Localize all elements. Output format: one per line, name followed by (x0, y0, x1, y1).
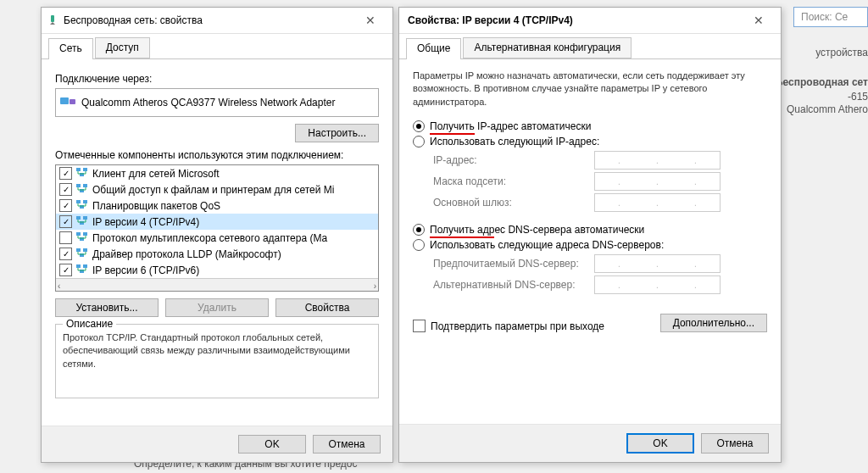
protocol-icon (75, 198, 89, 213)
connect-via-label: Подключение через: (55, 73, 379, 85)
component-item[interactable]: IP версии 6 (TCP/IPv6) (56, 262, 378, 278)
ok-button[interactable]: OK (626, 433, 694, 454)
dns-preferred-label: Предпочитаемый DNS-сервер: (433, 258, 594, 270)
adapter-field: Qualcomm Atheros QCA9377 Wireless Networ… (55, 88, 379, 117)
protocol-icon (75, 166, 89, 181)
dialog-title: Беспроводная сеть: свойства (64, 14, 203, 26)
radio-ip-manual[interactable]: Использовать следующий IP-адрес: (413, 136, 767, 147)
subnet-mask-label: Маска подсети: (433, 175, 594, 187)
component-checkbox[interactable] (59, 248, 72, 260)
component-item[interactable]: Планировщик пакетов QoS (56, 198, 378, 214)
component-item[interactable]: Общий доступ к файлам и принтерам для се… (56, 181, 378, 198)
advanced-button[interactable]: Дополнительно... (660, 314, 767, 332)
close-button[interactable]: ✕ (353, 8, 387, 32)
bg-devices-label: устройства (815, 47, 868, 58)
component-label: IP версии 4 (TCP/IPv4) (92, 216, 199, 228)
component-item[interactable]: IP версии 4 (TCP/IPv4) (56, 214, 378, 230)
components-label: Отмеченные компоненты используются этим … (55, 149, 379, 161)
dns-preferred-input[interactable]: ... (594, 254, 721, 273)
install-button[interactable]: Установить... (55, 298, 159, 317)
component-label: Протокол мультиплексора сетевого адаптер… (92, 232, 327, 244)
protocol-icon (75, 182, 89, 197)
description-legend: Описание (63, 318, 116, 330)
ip-address-input[interactable]: ... (594, 151, 721, 170)
dialog-title: Свойства: IP версии 4 (TCP/IPv4) (408, 14, 573, 26)
ipv4-properties-dialog: Свойства: IP версии 4 (TCP/IPv4) ✕ Общие… (398, 7, 782, 463)
component-label: Планировщик пакетов QoS (92, 200, 220, 212)
component-checkbox[interactable] (59, 231, 72, 244)
component-label: Клиент для сетей Microsoft (92, 168, 220, 180)
svg-rect-2 (70, 99, 75, 104)
component-checkbox[interactable] (59, 199, 72, 212)
component-label: IP версии 6 (TCP/IPv6) (92, 264, 199, 276)
tab-general[interactable]: Общие (406, 38, 461, 59)
gateway-input[interactable]: ... (594, 193, 721, 212)
cancel-button[interactable]: Отмена (701, 433, 769, 454)
svg-rect-22 (83, 264, 87, 268)
subnet-mask-input[interactable]: ... (594, 172, 721, 191)
confirm-on-exit-checkbox[interactable]: Подтвердить параметры при выходе (413, 320, 604, 332)
dns-alt-label: Альтернативный DNS-сервер: (433, 279, 594, 291)
component-checkbox[interactable] (59, 264, 72, 276)
adapter-icon (59, 96, 76, 110)
component-label: Общий доступ к файлам и принтерам для се… (92, 184, 334, 196)
svg-rect-21 (76, 264, 81, 268)
svg-rect-0 (51, 15, 54, 22)
tab-network[interactable]: Сеть (48, 38, 93, 59)
radio-dns-auto[interactable]: Получить адрес DNS-сервера автоматически (413, 224, 767, 236)
svg-rect-19 (83, 248, 87, 252)
ok-button[interactable]: OK (238, 435, 306, 454)
svg-rect-16 (83, 232, 87, 236)
component-checkbox[interactable] (59, 167, 72, 180)
ip-address-label: IP-адрес: (433, 154, 594, 166)
gateway-label: Основной шлюз: (433, 197, 594, 209)
component-item[interactable]: Клиент для сетей Microsoft (56, 165, 378, 181)
dns-alt-input[interactable]: ... (594, 275, 721, 294)
component-checkbox[interactable] (59, 183, 72, 196)
radio-ip-auto[interactable]: Получить IP-адрес автоматически (413, 120, 767, 132)
bg-wifi-label: Беспроводная сет (776, 76, 868, 88)
components-list[interactable]: Клиент для сетей MicrosoftОбщий доступ к… (55, 164, 379, 292)
component-checkbox[interactable] (59, 215, 72, 228)
component-label: Драйвер протокола LLDP (Майкрософт) (92, 248, 281, 260)
bg-adapter-label: Qualcomm Athero (787, 103, 868, 115)
cancel-button[interactable]: Отмена (313, 435, 381, 454)
svg-rect-9 (76, 200, 81, 203)
remove-button[interactable]: Удалить (165, 298, 269, 317)
network-icon (47, 14, 58, 28)
properties-button[interactable]: Свойства (275, 298, 379, 317)
tab-access[interactable]: Доступ (95, 37, 150, 58)
search-input[interactable]: Поиск: Се (801, 11, 848, 23)
radio-dns-manual[interactable]: Использовать следующие адреса DNS-сервер… (413, 239, 767, 251)
protocol-icon (75, 247, 89, 261)
horizontal-scrollbar[interactable]: ‹› (56, 278, 378, 292)
bg-router-label: -615 (848, 91, 868, 103)
svg-rect-6 (76, 184, 81, 187)
protocol-icon (75, 214, 89, 229)
svg-rect-10 (83, 200, 87, 203)
svg-rect-3 (76, 168, 81, 171)
protocol-icon (75, 263, 89, 277)
configure-button[interactable]: Настроить... (295, 124, 379, 142)
svg-rect-4 (83, 168, 87, 171)
component-item[interactable]: Протокол мультиплексора сетевого адаптер… (56, 230, 378, 246)
protocol-icon (75, 231, 89, 245)
adapter-name: Qualcomm Atheros QCA9377 Wireless Networ… (81, 97, 335, 109)
wifi-properties-dialog: Беспроводная сеть: свойства ✕ Сеть Досту… (41, 7, 393, 463)
component-item[interactable]: Драйвер протокола LLDP (Майкрософт) (56, 246, 378, 262)
tab-alternative-config[interactable]: Альтернативная конфигурация (463, 37, 632, 58)
svg-rect-13 (83, 216, 87, 220)
svg-rect-7 (83, 184, 87, 187)
svg-rect-15 (76, 232, 81, 236)
intro-text: Параметры IP можно назначать автоматичес… (413, 70, 767, 109)
svg-rect-1 (60, 97, 69, 104)
description-text: Протокол TCP/IP. Стандартный протокол гл… (63, 331, 371, 370)
svg-rect-12 (76, 216, 81, 220)
close-button[interactable]: ✕ (742, 8, 776, 32)
svg-rect-18 (76, 248, 81, 252)
